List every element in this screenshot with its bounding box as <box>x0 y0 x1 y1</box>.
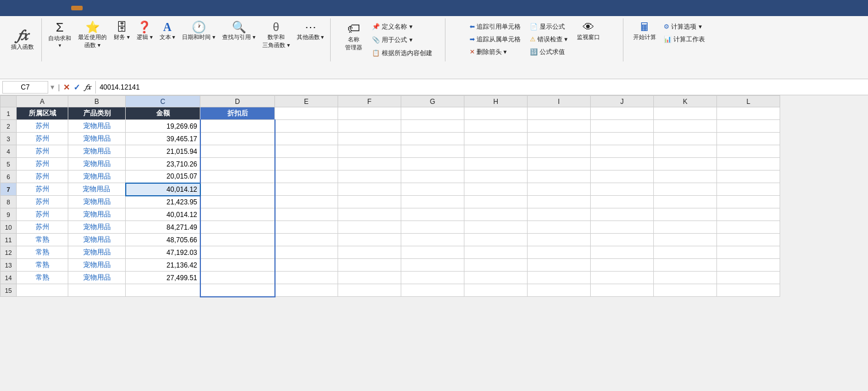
cell-H15[interactable] <box>464 284 528 297</box>
col-header-C[interactable]: C <box>126 96 200 107</box>
cell-B7[interactable]: 宠物用品 <box>68 183 126 196</box>
col-header-G[interactable]: G <box>401 96 464 107</box>
cell-J2[interactable] <box>591 120 654 133</box>
cell-H11[interactable] <box>464 234 528 246</box>
cell-C1[interactable]: 金额 <box>126 107 200 120</box>
cell-J14[interactable] <box>591 272 654 284</box>
cell-F4[interactable] <box>338 145 401 158</box>
cell-L10[interactable] <box>717 221 780 234</box>
cell-K7[interactable] <box>654 183 717 196</box>
cell-J15[interactable] <box>591 284 654 297</box>
cell-B10[interactable]: 宠物用品 <box>68 221 126 234</box>
cell-E11[interactable] <box>275 234 338 246</box>
cell-K13[interactable] <box>654 259 717 272</box>
cell-F3[interactable] <box>338 133 401 145</box>
cell-L15[interactable] <box>717 284 780 297</box>
remove-arrows-button[interactable]: ✕ 删除箭头 ▾ <box>466 46 524 58</box>
cell-A10[interactable]: 苏州 <box>17 221 68 234</box>
cell-F2[interactable] <box>338 120 401 133</box>
cell-D10[interactable] <box>200 221 275 234</box>
eval-formula-button[interactable]: 🔢 公式求值 <box>526 46 571 58</box>
cell-K11[interactable] <box>654 234 717 246</box>
error-check-button[interactable]: ⚠ 错误检查 ▾ <box>526 33 571 45</box>
cell-B9[interactable]: 宠物用品 <box>68 208 126 221</box>
cell-C11[interactable]: 48,705.66 <box>126 234 200 246</box>
cell-F11[interactable] <box>338 234 401 246</box>
cell-I4[interactable] <box>528 145 591 158</box>
cell-F1[interactable] <box>338 107 401 120</box>
confirm-icon[interactable]: ✓ <box>73 83 80 92</box>
cell-C9[interactable]: 40,014.12 <box>126 208 200 221</box>
cell-F6[interactable] <box>338 171 401 183</box>
cell-G13[interactable] <box>401 259 464 272</box>
cell-H10[interactable] <box>464 221 528 234</box>
cell-G3[interactable] <box>401 133 464 145</box>
cell-J5[interactable] <box>591 158 654 171</box>
cell-A11[interactable]: 常熟 <box>17 234 68 246</box>
cell-J13[interactable] <box>591 259 654 272</box>
cell-H1[interactable] <box>464 107 528 120</box>
cell-K6[interactable] <box>654 171 717 183</box>
menu-insert[interactable] <box>37 6 48 10</box>
cell-I14[interactable] <box>528 272 591 284</box>
cell-L3[interactable] <box>717 133 780 145</box>
cell-K8[interactable] <box>654 196 717 208</box>
cell-F15[interactable] <box>338 284 401 297</box>
cell-A13[interactable]: 常熟 <box>17 259 68 272</box>
cell-F12[interactable] <box>338 246 401 259</box>
col-header-F[interactable]: F <box>338 96 401 107</box>
cell-D9[interactable] <box>200 208 275 221</box>
cell-G10[interactable] <box>401 221 464 234</box>
cell-L5[interactable] <box>717 158 780 171</box>
cell-H12[interactable] <box>464 246 528 259</box>
cell-D1[interactable]: 折扣后 <box>200 107 275 120</box>
cell-I9[interactable] <box>528 208 591 221</box>
cell-D13[interactable] <box>200 259 275 272</box>
menu-pdftoolbox[interactable] <box>129 6 140 10</box>
trace-dependents-button[interactable]: ➡ 追踪从属单元格 <box>466 33 524 45</box>
cell-G5[interactable] <box>401 158 464 171</box>
cell-L12[interactable] <box>717 246 780 259</box>
cell-A8[interactable]: 苏州 <box>17 196 68 208</box>
cell-J9[interactable] <box>591 208 654 221</box>
cell-D11[interactable] <box>200 234 275 246</box>
cell-B5[interactable]: 宠物用品 <box>68 158 126 171</box>
cell-B12[interactable]: 宠物用品 <box>68 246 126 259</box>
cell-B2[interactable]: 宠物用品 <box>68 120 126 133</box>
cell-J1[interactable] <box>591 107 654 120</box>
cell-J6[interactable] <box>591 171 654 183</box>
cell-H5[interactable] <box>464 158 528 171</box>
cell-I5[interactable] <box>528 158 591 171</box>
cell-F8[interactable] <box>338 196 401 208</box>
cancel-icon[interactable]: ✕ <box>63 83 70 92</box>
menu-data[interactable] <box>83 6 94 10</box>
cell-F14[interactable] <box>338 272 401 284</box>
cell-I15[interactable] <box>528 284 591 297</box>
cell-B6[interactable]: 宠物用品 <box>68 171 126 183</box>
menu-devtools[interactable] <box>117 6 129 10</box>
cell-G12[interactable] <box>401 246 464 259</box>
cell-E14[interactable] <box>275 272 338 284</box>
cell-G1[interactable] <box>401 107 464 120</box>
col-header-D[interactable]: D <box>200 96 275 107</box>
cell-H3[interactable] <box>464 133 528 145</box>
cell-K4[interactable] <box>654 145 717 158</box>
cell-E4[interactable] <box>275 145 338 158</box>
cell-K2[interactable] <box>654 120 717 133</box>
cell-A1[interactable]: 所属区域 <box>17 107 68 120</box>
cell-I2[interactable] <box>528 120 591 133</box>
cell-F10[interactable] <box>338 221 401 234</box>
menu-help[interactable] <box>140 6 152 10</box>
cell-E3[interactable] <box>275 133 338 145</box>
cell-K9[interactable] <box>654 208 717 221</box>
formula-input[interactable] <box>95 81 866 94</box>
cell-J10[interactable] <box>591 221 654 234</box>
cell-L6[interactable] <box>717 171 780 183</box>
menu-review[interactable] <box>94 6 106 10</box>
cell-K3[interactable] <box>654 133 717 145</box>
cell-D3[interactable] <box>200 133 275 145</box>
insert-function-button[interactable]: 𝑓𝑥 插入函数 <box>7 25 38 54</box>
cell-C5[interactable]: 23,710.26 <box>126 158 200 171</box>
calc-worksheet-button[interactable]: 📊 计算工作表 <box>660 33 708 45</box>
cell-D12[interactable] <box>200 246 275 259</box>
